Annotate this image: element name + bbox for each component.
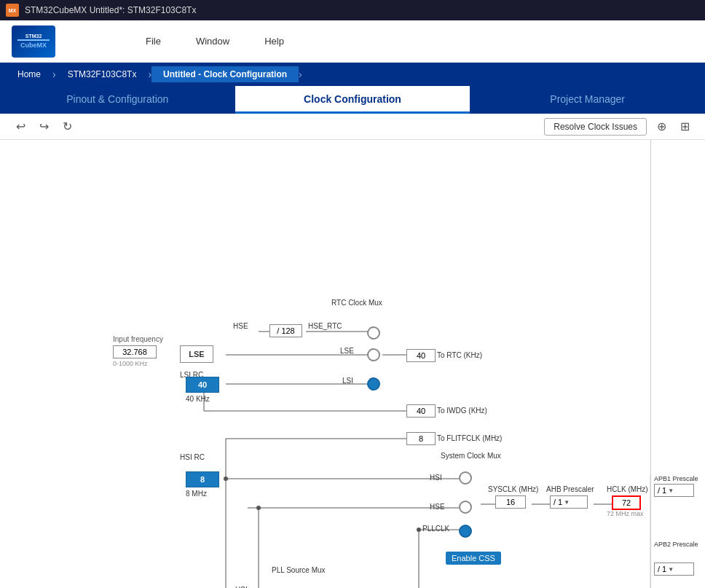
apb1-select[interactable]: / 1 ▼ [654,484,694,497]
redo-button[interactable]: ↪ [35,118,52,136]
hse-rtc-label: HSE_RTC [308,322,342,330]
tab-pinout[interactable]: Pinout & Configuration [0,86,235,114]
sysclk-label: SYSCLK (MHz) [488,485,538,493]
apb1-arrow: ▼ [668,487,674,494]
tab-project[interactable]: Project Manager [470,86,705,114]
rtc-mux-radio-hse[interactable] [367,326,380,340]
ahb-select[interactable]: / 1 ▼ [550,495,588,509]
menu-items: File Window Help [140,33,290,50]
breadcrumb-arrow-3: › [299,68,302,80]
flit-val-box: 8 [406,432,436,445]
lse-freq-label: Input frequency [113,335,163,343]
connection-lines [0,140,705,588]
pll-src-mux-label: PLL Source Mux [272,566,326,574]
lsi-mux-label: LSI [342,377,353,385]
hclk-label: HCLK (MHz) [607,485,648,493]
ahb-label: AHB Prescaler [546,485,594,493]
enable-css-button[interactable]: Enable CSS [446,552,501,565]
hclk-max: 72 MHz max [607,510,644,517]
hsi-block: 8 [186,471,219,487]
menu-window[interactable]: Window [190,33,235,50]
rtc-val-box: 40 [406,349,436,362]
hsi-rc-label: HSI RC [180,453,205,461]
svg-point-26 [417,528,421,532]
clock-canvas: RTC Clock Mux HSE / 128 HSE_RTC LSE LSI … [0,140,705,588]
window-title: STM32CubeMX Untitled*: STM32F103C8Tx [25,5,196,15]
tab-bar: Pinout & Configuration Clock Configurati… [0,86,705,114]
hse-sys-label: HSE [430,503,445,511]
title-bar: MX STM32CubeMX Untitled*: STM32F103C8Tx [0,0,705,20]
lsi-khz: 40 KHz [186,395,210,403]
apb2-arrow: ▼ [668,566,674,573]
sysclk-val-box: 16 [495,495,526,509]
hse-div128-box: / 128 [269,324,302,337]
right-panel: APB1 Prescale / 1 ▼ APB2 Prescale / 1 ▼ [650,140,705,588]
undo-button[interactable]: ↩ [12,118,29,136]
to-iwdg-label: To IWDG (KHz) [437,407,487,415]
sys-mux-hsi[interactable] [459,471,472,485]
menu-file[interactable]: File [140,33,167,50]
hsi-mhz: 8 MHz [186,490,207,498]
lse-freq-range: 0-1000 KHz [113,360,148,367]
sys-mux-pll[interactable] [459,525,472,538]
sys-mux-hse[interactable] [459,501,472,514]
refresh-button[interactable]: ↻ [58,118,76,136]
hclk-val-box[interactable]: 72 [612,495,641,510]
breadcrumb-bar: Home › STM32F103C8Tx › Untitled - Clock … [0,63,705,86]
tab-clock[interactable]: Clock Configuration [235,86,470,114]
rtc-mux-radio-lse[interactable] [367,348,380,361]
apb1-label: APB1 Prescale [654,475,698,482]
svg-point-27 [224,477,228,481]
hse-line-label: HSE [233,322,248,330]
breadcrumb-device[interactable]: STM32F103C8Tx [56,66,149,82]
rtc-mux-radio-lsi[interactable] [367,377,380,391]
apb2-select[interactable]: / 1 ▼ [654,562,694,576]
stm32-logo: STM32 CubeMX [12,26,55,58]
iwdg-val-box: 40 [406,404,436,418]
to-flit-label: To FLITFCLK (MHz) [437,434,502,442]
breadcrumb-clock[interactable]: Untitled - Clock Configuration [151,66,299,82]
lsi-block: 40 [186,377,219,393]
breadcrumb-home[interactable]: Home [6,66,52,82]
hsi-sys-label: HSI [430,474,442,482]
svg-point-28 [256,506,261,510]
rtc-mux-label: RTC Clock Mux [331,299,382,307]
apb2-label: APB2 Prescale [654,541,698,548]
menu-bar: STM32 CubeMX File Window Help [0,20,705,63]
zoom-fit-button[interactable]: ⊞ [676,118,693,136]
sys-mux-label: System Clock Mux [441,452,501,460]
toolbar: ↩ ↪ ↻ Resolve Clock Issues ⊕ ⊞ [0,114,705,140]
lse-block: LSE [180,345,213,363]
app-logo-icon: MX [6,4,19,17]
to-rtc-label: To RTC (KHz) [437,351,482,359]
lse-input-box[interactable]: 32.768 [113,345,157,358]
lse-mux-label: LSE [340,347,354,355]
ahb-dropdown-arrow: ▼ [564,499,570,506]
resolve-clock-button[interactable]: Resolve Clock Issues [544,118,647,136]
menu-help[interactable]: Help [259,33,290,50]
diagram-container: RTC Clock Mux HSE / 128 HSE_RTC LSE LSI … [0,140,705,588]
pllclk-label: PLLCLK [422,525,449,533]
zoom-in-button[interactable]: ⊕ [653,118,670,136]
